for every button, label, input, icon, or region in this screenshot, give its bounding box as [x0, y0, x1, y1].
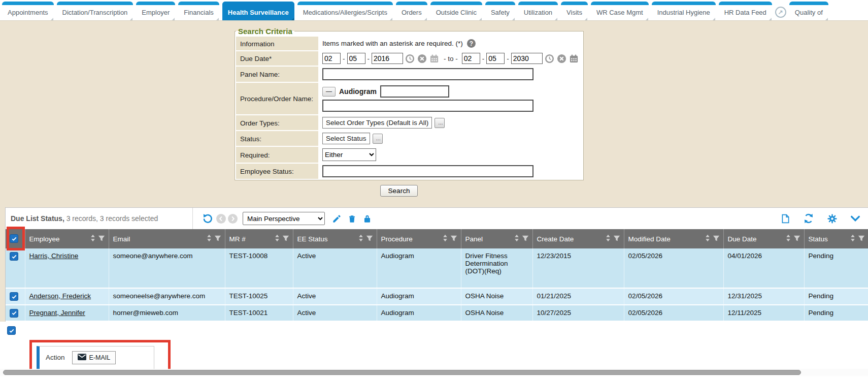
- clock-icon[interactable]: [545, 54, 554, 64]
- refresh-icon[interactable]: [803, 213, 814, 224]
- employee-link[interactable]: Pregnant, Jennifer: [29, 309, 85, 317]
- row-checkbox[interactable]: [10, 252, 18, 261]
- tab-visits[interactable]: Visits: [561, 2, 588, 20]
- row-checkbox[interactable]: [10, 292, 18, 301]
- procedure-cell: Audiogram: [377, 288, 461, 305]
- status-browse-button[interactable]: ...: [373, 134, 383, 144]
- email-button-label: E-MAIL: [89, 354, 111, 361]
- employee-link[interactable]: Harris, Christine: [29, 252, 79, 260]
- perspective-select[interactable]: Main Perspective: [243, 212, 325, 225]
- tab-label: Utilization: [524, 9, 552, 16]
- email-button[interactable]: E-MAIL: [72, 351, 116, 364]
- filter-icon[interactable]: [793, 235, 800, 243]
- sort-icon[interactable]: [850, 234, 855, 243]
- filter-icon[interactable]: [858, 235, 865, 243]
- remove-procedure-button[interactable]: —: [322, 87, 336, 97]
- delete-trash-icon[interactable]: [346, 213, 357, 224]
- tab-industrial-hygiene[interactable]: Industrial Hygiene: [652, 2, 716, 20]
- external-arrow-icon[interactable]: ↗: [775, 7, 786, 18]
- panel-name-row: Panel Name:: [236, 67, 582, 83]
- chevron-down-icon[interactable]: [850, 213, 861, 224]
- column-header-ee-status[interactable]: EE Status: [293, 229, 377, 248]
- toolbar-divider: [192, 208, 193, 229]
- tab-employer[interactable]: Employer: [136, 2, 175, 20]
- tab-hr-data-feed[interactable]: HR Data Feed: [719, 2, 772, 20]
- row-checkbox[interactable]: [10, 309, 18, 318]
- footer-select-all-checkbox[interactable]: [7, 326, 16, 335]
- filter-icon[interactable]: [282, 235, 289, 243]
- due-from-day-input[interactable]: [347, 53, 365, 64]
- due-from-year-input[interactable]: [372, 53, 403, 64]
- procedure-name-input[interactable]: [322, 100, 533, 112]
- horizontal-scrollbar-thumb[interactable]: [3, 370, 801, 375]
- required-select[interactable]: Either: [322, 148, 376, 161]
- search-button[interactable]: Search: [380, 185, 418, 197]
- filter-icon[interactable]: [214, 235, 221, 243]
- horizontal-scrollbar[interactable]: [0, 369, 868, 376]
- panel-name-input[interactable]: [322, 68, 533, 80]
- due-to-day-input[interactable]: [486, 53, 505, 64]
- column-header-email[interactable]: Email: [109, 229, 225, 248]
- gear-icon[interactable]: [826, 213, 838, 224]
- clear-date-icon[interactable]: [417, 54, 427, 64]
- help-icon[interactable]: ?: [467, 39, 476, 48]
- column-header-status[interactable]: Status: [804, 229, 868, 248]
- tab-quality-of[interactable]: Quality of: [789, 2, 828, 20]
- sort-icon[interactable]: [514, 234, 519, 243]
- tab-outside-clinic[interactable]: Outside Clinic: [430, 2, 482, 20]
- tab-dictation-transcription[interactable]: Dictation/Transcription: [57, 2, 133, 20]
- filter-icon[interactable]: [713, 235, 720, 243]
- filter-icon[interactable]: [522, 235, 529, 243]
- tab-wr-case-mgmt[interactable]: WR Case Mgmt: [591, 2, 649, 20]
- tab-financials[interactable]: Financials: [178, 2, 219, 20]
- sort-icon[interactable]: [786, 234, 791, 243]
- sort-icon[interactable]: [705, 234, 710, 243]
- order-types-listbox[interactable]: Select Order Types (Default is All): [322, 117, 432, 129]
- column-header-due-date[interactable]: Due Date: [723, 229, 804, 248]
- column-header-panel[interactable]: Panel: [461, 229, 532, 248]
- filter-icon[interactable]: [613, 235, 620, 243]
- tab-health-surveillance[interactable]: Health Surveillance: [222, 2, 294, 20]
- sort-icon[interactable]: [606, 234, 611, 243]
- tab-appointments[interactable]: Appointments: [2, 2, 54, 20]
- calendar-icon[interactable]: [569, 54, 579, 64]
- employee-link[interactable]: Anderson, Frederick: [29, 292, 91, 300]
- clear-date-icon[interactable]: [557, 54, 566, 64]
- calendar-icon[interactable]: [429, 54, 439, 64]
- column-header-procedure[interactable]: Procedure: [377, 229, 461, 248]
- sort-icon[interactable]: [90, 234, 95, 243]
- sort-icon[interactable]: [207, 234, 212, 243]
- sort-icon[interactable]: [358, 234, 363, 243]
- clock-icon[interactable]: [405, 54, 415, 64]
- column-header-modified-date[interactable]: Modified Date: [624, 229, 723, 248]
- due-from-month-input[interactable]: [322, 53, 341, 64]
- select-all-checkbox[interactable]: [10, 234, 18, 243]
- due-to-month-input[interactable]: [462, 53, 480, 64]
- column-header-employee[interactable]: Employee: [25, 229, 109, 248]
- sort-icon[interactable]: [275, 234, 280, 243]
- column-header-create-date[interactable]: Create Date: [532, 229, 624, 248]
- column-header-mr[interactable]: MR #: [225, 229, 293, 248]
- tab-utilization[interactable]: Utilization: [518, 2, 558, 20]
- next-icon[interactable]: [228, 214, 238, 224]
- filter-icon[interactable]: [98, 235, 105, 243]
- previous-icon[interactable]: [216, 214, 226, 224]
- employee-status-input[interactable]: [322, 165, 533, 177]
- due-date-cell: 04/01/2026: [723, 248, 804, 288]
- procedure-filter-input[interactable]: [380, 85, 449, 98]
- undo-icon[interactable]: [202, 213, 213, 224]
- due-to-year-input[interactable]: [511, 53, 543, 64]
- status-listbox[interactable]: Select Status: [322, 133, 370, 144]
- filter-icon[interactable]: [366, 235, 373, 243]
- filter-icon[interactable]: [450, 235, 457, 243]
- order-types-browse-button[interactable]: ...: [435, 118, 445, 128]
- required-label: Required:: [236, 147, 319, 163]
- column-label: EE Status: [297, 235, 328, 243]
- lock-icon[interactable]: [361, 213, 373, 224]
- tab-medications-allergies-scripts[interactable]: Medications/Allergies/Scripts: [297, 2, 393, 20]
- sort-icon[interactable]: [443, 234, 448, 243]
- tab-orders[interactable]: Orders: [396, 2, 427, 20]
- edit-pencil-icon[interactable]: [331, 213, 342, 224]
- new-document-icon[interactable]: [780, 213, 791, 224]
- tab-safety[interactable]: Safety: [485, 2, 515, 20]
